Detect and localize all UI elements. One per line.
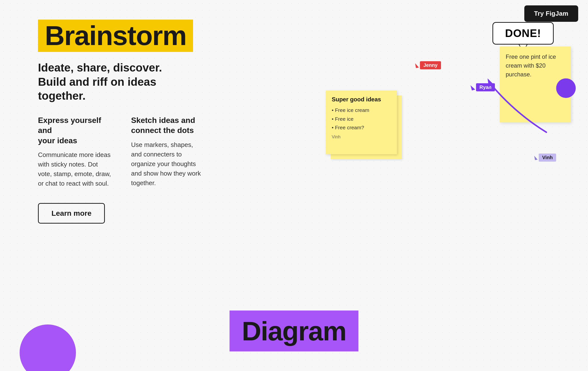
sticky-note-large-text: Free one pint of ice cream with $20 purc… — [506, 52, 565, 79]
vinh-cursor: Vinh — [535, 154, 556, 162]
sticky-notes-stack: Super good ideas Free ice cream Free ice… — [326, 91, 399, 154]
sticky-note-list: Free ice cream Free ice Free cream? — [332, 106, 391, 132]
diagram-title-highlight: Diagram — [230, 311, 358, 351]
feature-sketch-heading: Sketch ideas and connect the dots — [131, 115, 205, 136]
cursor-arrow-jenny — [415, 63, 419, 68]
list-item: Free ice — [332, 115, 391, 123]
feature-sketch-desc: Use markers, shapes, and connecters to o… — [131, 140, 205, 188]
left-content-area: Brainstorm Ideate, share, discover. Buil… — [38, 20, 205, 224]
illustration-area: Jenny DONE! Free one pint of ice cream w… — [314, 15, 583, 181]
feature-sketch: Sketch ideas and connect the dots Use ma… — [131, 115, 205, 189]
feature-express: Express yourself and your ideas Communic… — [38, 115, 111, 189]
brainstorm-title-highlight: Brainstorm — [38, 20, 193, 52]
sticky-note-front: Super good ideas Free ice cream Free ice… — [326, 91, 397, 154]
cursor-arrow-vinh — [534, 155, 538, 160]
features-row: Express yourself and your ideas Communic… — [38, 115, 205, 189]
jenny-cursor: Jenny — [416, 61, 441, 69]
speech-bubble: DONE! — [492, 22, 554, 45]
list-item: Free ice cream — [332, 106, 391, 115]
feature-express-desc: Communicate more ideas with sticky notes… — [38, 150, 111, 188]
feature-express-heading: Express yourself and your ideas — [38, 115, 111, 146]
learn-more-button[interactable]: Learn more — [38, 203, 105, 224]
ryan-cursor-label: Ryan — [476, 83, 495, 91]
ryan-cursor: Ryan — [471, 83, 495, 91]
purple-blob — [556, 78, 576, 98]
sticky-note-title: Super good ideas — [332, 96, 391, 103]
speech-bubble-text: DONE! — [492, 22, 554, 45]
hero-subtitle: Ideate, share, discover. Build and riff … — [38, 61, 205, 103]
cursor-arrow-ryan — [470, 84, 475, 90]
brainstorm-title: Brainstorm — [45, 22, 186, 49]
jenny-cursor-label: Jenny — [420, 61, 441, 69]
purple-circle-decoration — [20, 324, 76, 371]
sticky-note-author: Vinh — [332, 134, 391, 140]
list-item: Free cream? — [332, 123, 391, 132]
vinh-cursor-label: Vinh — [539, 154, 556, 162]
diagram-title: Diagram — [242, 315, 346, 347]
